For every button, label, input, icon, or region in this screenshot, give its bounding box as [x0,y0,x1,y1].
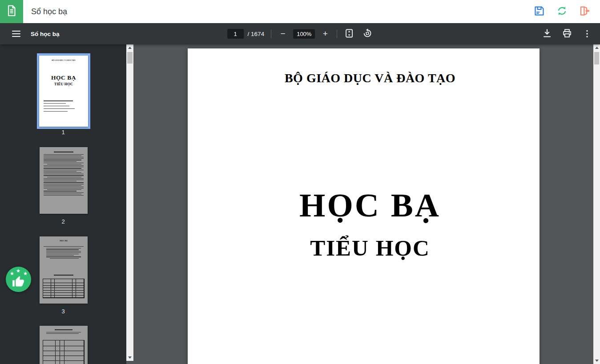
thumbnail-sidebar: BỘ GIÁO DỤC VÀ ĐÀO TẠO HỌC BẠ TIỂU HỌC 1… [0,44,126,364]
three-dot-menu-icon[interactable] [582,28,592,39]
pdf-doc-title: Sổ học bạ [31,31,60,37]
scroll-up-arrow-icon[interactable] [593,44,600,51]
thumb4-text-lines [44,329,84,334]
thumbnail-page-1[interactable]: BỘ GIÁO DỤC VÀ ĐÀO TẠO HỌC BẠ TIỂU HỌC [37,53,90,129]
app-logo [0,0,23,23]
refresh-button[interactable] [556,5,568,18]
thumb1-info-lines [44,100,75,113]
thumbnail-page-4[interactable] [40,326,88,364]
toolbar-divider [337,30,337,38]
pdf-toolbar: Sổ học bạ / 1674 − 100% + [0,23,600,44]
thumb3-table [43,279,85,298]
thumb3-text-lines [44,246,84,259]
ministry-header: BỘ GIÁO DỤC VÀ ĐÀO TẠO [201,71,540,85]
feedback-fab-button[interactable]: ★ ★ ★ [6,267,31,292]
print-button[interactable] [562,28,572,40]
logout-door-icon [579,5,591,18]
floppy-disk-icon [533,5,545,18]
thumbnail-scrollbar-thumb[interactable] [127,52,133,64]
scroll-down-arrow-icon[interactable] [126,354,133,361]
thumb1-title: HỌC BẠ [39,74,88,81]
exit-button[interactable] [578,5,591,18]
top-app-bar: Sổ học bạ [0,0,600,23]
zoom-in-button[interactable]: + [320,29,330,39]
rotate-counterclockwise-icon [362,28,373,40]
viewer-scrollbar[interactable] [593,44,600,364]
document-viewer: BỘ GIÁO DỤC VÀ ĐÀO TẠO HỌC BẠ TIỂU HỌC [133,44,593,364]
thumb1-subtitle: TIỂU HỌC [39,82,88,86]
sync-arrows-icon [556,5,568,18]
fit-to-page-icon [344,28,354,40]
thumbnail-page-3-label: 3 [0,308,126,315]
thumb3-section-heading-line [54,275,73,276]
thumb3-title: HỌC BẠ [40,240,88,242]
zoom-out-button[interactable]: − [278,29,288,39]
document-page-1: BỘ GIÁO DỤC VÀ ĐÀO TẠO HỌC BẠ TIỂU HỌC [188,48,540,364]
print-icon [562,28,572,40]
thumbnail-scrollbar[interactable] [126,44,133,361]
page-count-label: / 1674 [248,31,265,37]
thumbnail-page-2[interactable] [40,147,88,214]
page-number-input[interactable] [227,29,244,39]
toolbar-divider [271,30,271,38]
toolbar-right-actions [542,28,600,40]
page-zoom-controls: / 1674 − 100% + [227,23,373,44]
download-button[interactable] [542,28,552,40]
download-icon [542,28,552,40]
save-button[interactable] [533,5,545,18]
document-icon [5,4,18,19]
thumb4-table [43,340,85,364]
viewer-scrollbar-thumb[interactable] [594,52,599,64]
scroll-down-arrow-icon[interactable] [593,357,600,364]
thumb1-ministry-header: BỘ GIÁO DỤC VÀ ĐÀO TẠO [39,59,88,61]
zoom-level-display: 100% [293,29,315,39]
thumbnail-page-3[interactable]: HỌC BẠ [40,236,88,304]
thumbnail-page-1-label: 1 [0,129,126,136]
app-title: Sổ học bạ [31,7,67,16]
rotate-button[interactable] [362,28,373,40]
thumb2-text-lines [41,152,86,196]
document-subtitle: TIỂU HỌC [201,235,540,261]
hamburger-menu-icon[interactable] [12,31,20,37]
fit-to-page-button[interactable] [344,28,354,40]
document-title: HỌC BẠ [201,186,540,224]
scroll-up-arrow-icon[interactable] [126,44,133,51]
topbar-actions [533,5,600,18]
app-window: Sổ học bạ [0,0,600,364]
content-area: BỘ GIÁO DỤC VÀ ĐÀO TẠO HỌC BẠ TIỂU HỌC 1… [0,44,600,364]
thumbnail-page-2-label: 2 [0,218,126,225]
